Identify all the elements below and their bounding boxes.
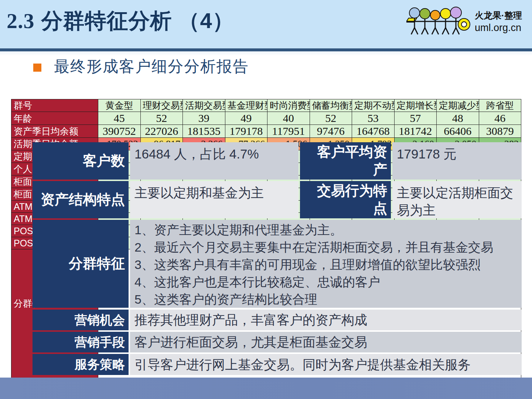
marketing-method-label: 营销手段	[33, 332, 129, 352]
column-header: 储蓄均衡型	[310, 99, 352, 112]
table-corner-label: 群号	[11, 99, 98, 112]
table-cell: 40	[267, 112, 310, 125]
table-cell: 52	[140, 112, 183, 125]
column-header: 黄金型	[98, 99, 141, 112]
table-cell: 46	[479, 112, 521, 125]
slide-root: 2.3分群特征分析 （4）	[0, 0, 532, 399]
table-cell: 117951	[267, 125, 310, 138]
bullet-text: 最终形成客户细分分析报告	[54, 56, 249, 77]
feature-line: 3、这类客户具有丰富的可用现金，且理财增值的欲望比较强烈	[134, 256, 517, 273]
uml-logo: 火龙果·整理 uml.org.cn	[406, 2, 528, 41]
marketing-opportunity-value: 推荐其他理财产品，丰富客户的资产构成	[130, 310, 522, 330]
column-header: 基金理财型	[225, 99, 267, 112]
trade-behavior-value: 主要以定活期柜面交易为主	[392, 181, 522, 218]
table-cell: 66406	[437, 125, 479, 138]
avg-asset-value: 179178 元	[392, 142, 522, 180]
table-cell: 97476	[310, 125, 352, 138]
trade-behavior-label: 交易行为特点	[300, 181, 391, 218]
bullet-row: 最终形成客户细分分析报告	[33, 56, 249, 77]
marketing-method-value: 客户进行柜面交易，尤其是柜面基金交易	[130, 332, 522, 352]
row-label: 年龄	[11, 112, 98, 125]
table-cell: 45	[98, 112, 141, 125]
table-cell: 30879	[479, 125, 521, 138]
service-strategy-value: 引导客户进行网上基金交易。同时为客户提供基金相关服务	[130, 354, 522, 375]
logo-brand: 火龙果·整理	[475, 10, 522, 21]
customer-count-value: 16484 人，占比 4.7%	[130, 142, 299, 180]
bullet-icon	[33, 64, 41, 72]
page-title-text: 分群特征分析 （4）	[41, 8, 234, 33]
header-divider	[0, 48, 532, 51]
table-cell: 164768	[352, 125, 395, 138]
table-cell: 53	[352, 112, 395, 125]
service-strategy-label: 服务策略	[33, 354, 129, 375]
table-cell: 57	[394, 112, 437, 125]
asset-structure-label: 资产结构特点	[33, 181, 129, 218]
segment-feature-label: 分群特征	[33, 220, 129, 308]
table-cell: 48	[437, 112, 479, 125]
column-header: 时尚消费型	[267, 99, 310, 112]
column-header: 定期增长型	[394, 99, 437, 112]
footer-bar	[0, 378, 532, 399]
column-header: 跨省型	[479, 99, 521, 112]
slide-header: 2.3分群特征分析 （4）	[0, 0, 532, 48]
table-cell: 39	[183, 112, 225, 125]
table-cell: 181742	[394, 125, 437, 138]
marketing-opportunity-label: 营销机会	[33, 310, 129, 330]
feature-line: 4、这批客户也是本行比较稳定、忠诚的客户	[134, 273, 517, 291]
logo-domain: uml.org.cn	[475, 22, 522, 34]
column-header: 理财交易型	[140, 99, 183, 112]
table-cell: 227026	[140, 125, 183, 138]
header-divider-glow	[0, 51, 532, 56]
avg-asset-label: 客户平均资产	[300, 142, 391, 180]
row-label: 资产季日均余额	[11, 125, 98, 138]
customer-count-label: 客户数	[33, 142, 129, 180]
page-title: 2.3分群特征分析 （4）	[7, 7, 234, 35]
table-cell: 179178	[225, 125, 267, 138]
stick-figures-icon	[406, 5, 471, 39]
segment-feature-list: 1、资产主要以定期和代理基金为主。2、最近六个月交易主要集中在定活期柜面交易，并…	[130, 220, 522, 308]
feature-line: 1、资产主要以定期和代理基金为主。	[134, 221, 517, 239]
logo-text: 火龙果·整理 uml.org.cn	[475, 10, 522, 34]
table-cell: 49	[225, 112, 267, 125]
asset-structure-value: 主要以定期和基金为主	[130, 181, 299, 218]
table-cell: 390752	[98, 125, 141, 138]
column-header: 活期交易型	[183, 99, 225, 112]
column-header: 定期减少型	[437, 99, 479, 112]
feature-line: 2、最近六个月交易主要集中在定活期柜面交易，并且有基金交易	[134, 239, 517, 256]
table-cell: 181535	[183, 125, 225, 138]
page-title-number: 2.3	[7, 9, 35, 33]
feature-line: 5、这类客户的资产结构比较合理	[134, 291, 517, 308]
table-cell: 52	[310, 112, 352, 125]
column-header: 定期不动型	[352, 99, 395, 112]
